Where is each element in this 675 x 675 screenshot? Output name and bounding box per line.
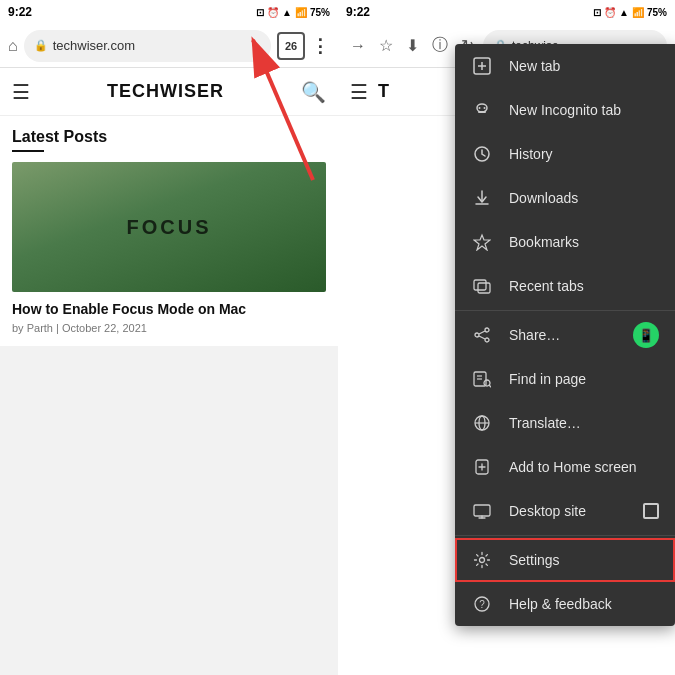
menu-item-desktop-site[interactable]: Desktop site	[455, 489, 675, 533]
translate-icon	[471, 412, 493, 434]
svg-point-14	[485, 328, 489, 332]
menu-item-share[interactable]: Share… 📱	[455, 313, 675, 357]
settings-label: Settings	[509, 552, 659, 568]
new-tab-icon	[471, 55, 493, 77]
menu-item-bookmarks[interactable]: Bookmarks	[455, 220, 675, 264]
recent-tabs-label: Recent tabs	[509, 278, 659, 294]
downloads-icon	[471, 187, 493, 209]
lock-icon-left: 🔒	[34, 39, 48, 52]
hamburger-icon-right[interactable]: ☰	[350, 80, 368, 104]
time-right: 9:22	[346, 5, 370, 19]
svg-marker-11	[474, 235, 490, 250]
alarm-icon-right: ⏰	[604, 7, 616, 18]
menu-item-history[interactable]: History	[455, 132, 675, 176]
battery-text-right: 75%	[647, 7, 667, 18]
browser-content-left: ☰ TECHWISER 🔍 Latest Posts FOCUS How to …	[0, 68, 338, 346]
hamburger-icon-left[interactable]: ☰	[12, 80, 30, 104]
site-header-left: ☰ TECHWISER 🔍	[0, 68, 338, 116]
wifi-icon-right: 📶	[632, 7, 644, 18]
svg-line-17	[479, 331, 485, 334]
url-text-left: techwiser.com	[53, 38, 135, 53]
svg-point-15	[475, 333, 479, 337]
left-panel: 9:22 ⊡ ⏰ ▲ 📶 75% ⌂ 🔒 techwiser.com 26 ⋮ …	[0, 0, 338, 675]
svg-rect-6	[478, 111, 486, 113]
right-panel: 9:22 ⊡ ⏰ ▲ 📶 75% → ☆ ⬇ ⓘ ↻ 🔒 techwise ☰ …	[338, 0, 675, 675]
home-icon-left[interactable]: ⌂	[8, 37, 18, 55]
help-icon: ?	[471, 593, 493, 615]
section-title-left: Latest Posts	[12, 128, 326, 146]
svg-point-7	[479, 107, 481, 109]
bookmarks-label: Bookmarks	[509, 234, 659, 250]
article-title-left: How to Enable Focus Mode on Mac	[12, 300, 326, 318]
status-bar-right: 9:22 ⊡ ⏰ ▲ 📶 75%	[338, 0, 675, 24]
status-icons-left: ⊡ ⏰ ▲ 📶 75%	[256, 7, 330, 18]
settings-icon	[471, 549, 493, 571]
svg-point-33	[480, 558, 485, 563]
focus-overlay-text: FOCUS	[127, 216, 212, 239]
add-to-home-icon	[471, 456, 493, 478]
menu-divider-1	[455, 310, 675, 311]
status-bar-left: 9:22 ⊡ ⏰ ▲ 📶 75%	[0, 0, 338, 24]
signal-icon-right: ▲	[619, 7, 629, 18]
whatsapp-badge: 📱	[633, 322, 659, 348]
article-meta-left: by Parth | October 22, 2021	[12, 322, 326, 334]
svg-rect-13	[478, 283, 490, 293]
status-icons-right: ⊡ ⏰ ▲ 📶 75%	[593, 7, 667, 18]
history-label: History	[509, 146, 659, 162]
search-icon-left[interactable]: 🔍	[301, 80, 326, 104]
svg-rect-12	[474, 280, 486, 290]
new-tab-label: New tab	[509, 58, 659, 74]
svg-line-18	[479, 336, 485, 339]
add-to-home-label: Add to Home screen	[509, 459, 659, 475]
history-icon	[471, 143, 493, 165]
menu-divider-2	[455, 535, 675, 536]
wifi-icon: 📶	[295, 7, 307, 18]
signal-icon: ▲	[282, 7, 292, 18]
menu-item-recent-tabs[interactable]: Recent tabs	[455, 264, 675, 308]
menu-item-add-to-home[interactable]: Add to Home screen	[455, 445, 675, 489]
new-incognito-tab-label: New Incognito tab	[509, 102, 659, 118]
notification-icon-right: ⊡	[593, 7, 601, 18]
tabs-button-left[interactable]: 26	[277, 32, 305, 60]
desktop-site-label: Desktop site	[509, 503, 627, 519]
svg-line-21	[489, 385, 491, 387]
article-image-left: FOCUS	[12, 162, 326, 292]
address-bar-left: ⌂ 🔒 techwiser.com 26 ⋮	[0, 24, 338, 68]
desktop-site-icon	[471, 500, 493, 522]
menu-item-new-tab[interactable]: New tab	[455, 44, 675, 88]
menu-item-find-in-page[interactable]: Find in page	[455, 357, 675, 401]
info-icon[interactable]: ⓘ	[428, 31, 452, 60]
svg-point-16	[485, 338, 489, 342]
find-in-page-icon	[471, 368, 493, 390]
content-area-left: Latest Posts FOCUS How to Enable Focus M…	[0, 116, 338, 346]
incognito-icon	[471, 99, 493, 121]
menu-item-settings[interactable]: Settings	[455, 538, 675, 582]
notification-icon: ⊡	[256, 7, 264, 18]
bookmarks-icon	[471, 231, 493, 253]
site-logo-right: T	[378, 81, 390, 102]
find-in-page-label: Find in page	[509, 371, 659, 387]
help-feedback-label: Help & feedback	[509, 596, 659, 612]
desktop-site-checkbox[interactable]	[643, 503, 659, 519]
translate-label: Translate…	[509, 415, 659, 431]
section-divider-left	[12, 150, 44, 152]
alarm-icon: ⏰	[267, 7, 279, 18]
url-box-left[interactable]: 🔒 techwiser.com	[24, 30, 271, 62]
svg-rect-30	[474, 505, 490, 516]
forward-icon[interactable]: →	[346, 33, 370, 59]
downloads-label: Downloads	[509, 190, 659, 206]
star-icon[interactable]: ☆	[375, 32, 397, 59]
menu-item-help-feedback[interactable]: ? Help & feedback	[455, 582, 675, 626]
recent-tabs-icon	[471, 275, 493, 297]
battery-text: 75%	[310, 7, 330, 18]
time-left: 9:22	[8, 5, 32, 19]
menu-item-translate[interactable]: Translate…	[455, 401, 675, 445]
fist-image: FOCUS	[12, 162, 326, 292]
download-icon[interactable]: ⬇	[402, 32, 423, 59]
svg-text:?: ?	[479, 599, 485, 610]
svg-point-8	[484, 107, 486, 109]
menu-button-left[interactable]: ⋮	[311, 35, 330, 57]
share-label: Share…	[509, 327, 617, 343]
menu-item-new-incognito-tab[interactable]: New Incognito tab	[455, 88, 675, 132]
menu-item-downloads[interactable]: Downloads	[455, 176, 675, 220]
